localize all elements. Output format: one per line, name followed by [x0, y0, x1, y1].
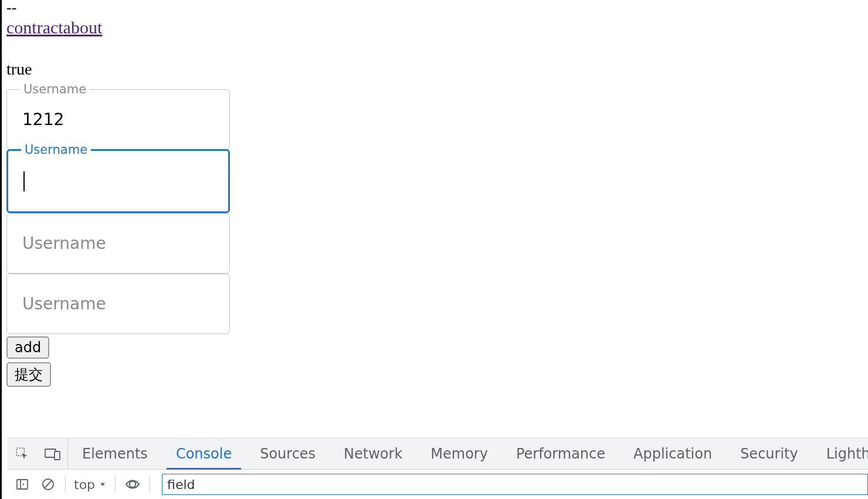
username-value[interactable]: [23, 171, 213, 191]
username-value[interactable]: 1212: [22, 110, 214, 129]
username-placeholder[interactable]: Username: [22, 294, 214, 313]
tab-console[interactable]: Console: [162, 439, 246, 469]
nav-links: contractabout: [2, 15, 868, 38]
tab-security[interactable]: Security: [726, 439, 812, 469]
username-label: Username: [20, 82, 90, 96]
button-row: add 提交: [2, 336, 868, 387]
inspect-icon[interactable]: [13, 445, 31, 463]
svg-rect-2: [55, 451, 60, 460]
state-text: true: [2, 60, 868, 79]
devtools-tabs: Elements Console Sources Network Memory …: [8, 438, 868, 470]
console-filter: [162, 474, 868, 495]
tab-sources[interactable]: Sources: [246, 439, 330, 469]
tab-lighthouse[interactable]: Lighthous: [812, 439, 868, 469]
nav-link-contract[interactable]: contractabout: [2, 18, 102, 38]
console-filter-input[interactable]: [162, 474, 868, 495]
nav-link-about-text: about: [63, 18, 103, 37]
username-placeholder[interactable]: Username: [22, 234, 214, 253]
svg-point-7: [130, 481, 136, 488]
tab-elements[interactable]: Elements: [68, 439, 162, 469]
svg-rect-3: [17, 480, 28, 489]
tab-performance[interactable]: Performance: [502, 439, 619, 469]
devtools-icon-group: [8, 439, 68, 469]
tab-memory[interactable]: Memory: [416, 439, 502, 469]
divider: [65, 476, 66, 493]
tab-application[interactable]: Application: [619, 439, 726, 469]
username-field[interactable]: Username 1212: [6, 89, 230, 150]
nav-link-contract-text: contract: [6, 18, 63, 37]
clear-console-icon[interactable]: [39, 476, 57, 493]
top-marker: --: [2, 0, 868, 15]
username-field[interactable]: Username: [6, 149, 230, 213]
username-label: Username: [21, 143, 91, 157]
device-toggle-icon[interactable]: [44, 445, 62, 463]
svg-line-6: [45, 481, 52, 488]
devtools-console-toolbar: top: [8, 470, 868, 499]
divider: [150, 476, 150, 493]
add-button[interactable]: add: [6, 336, 49, 359]
context-selector[interactable]: top: [74, 477, 107, 492]
username-field[interactable]: Username: [6, 213, 230, 274]
chevron-down-icon: [99, 480, 107, 488]
divider: [115, 476, 116, 493]
tab-network[interactable]: Network: [330, 439, 416, 469]
context-label: top: [74, 477, 95, 492]
sidebar-toggle-icon[interactable]: [13, 476, 31, 493]
text-caret: [23, 171, 25, 191]
username-field[interactable]: Username: [6, 274, 230, 334]
devtools-panel: Elements Console Sources Network Memory …: [8, 438, 868, 499]
live-expression-icon[interactable]: [124, 476, 141, 493]
submit-button[interactable]: 提交: [6, 362, 51, 387]
fields-container: Username 1212 Username Username Username: [2, 89, 868, 334]
